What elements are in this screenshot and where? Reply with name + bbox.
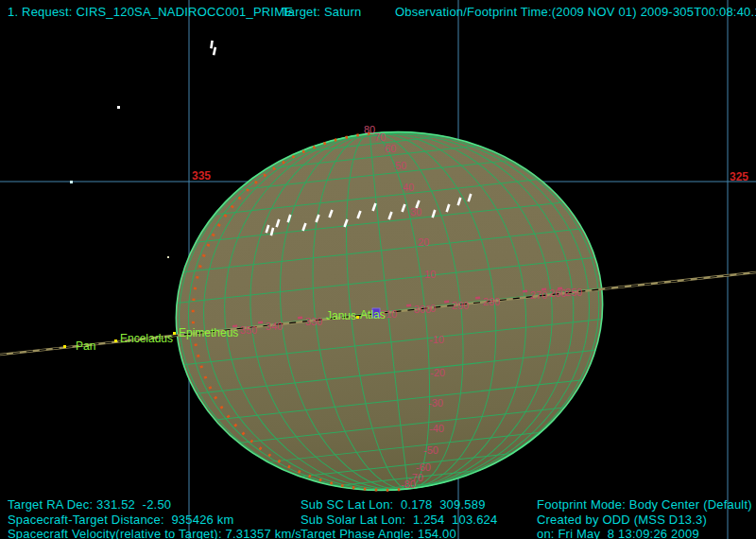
- longitude-label: 300: [414, 304, 431, 315]
- longitude-tick: [541, 287, 546, 290]
- latitude-label: -20: [430, 367, 445, 378]
- moon-label-epimetheus: Epimetheus: [179, 326, 238, 339]
- latitude-label: -40: [429, 423, 444, 434]
- longitude-label: 330: [305, 316, 322, 327]
- latitude-label: 0: [430, 303, 436, 314]
- longitude-tick: [298, 316, 302, 319]
- star: [167, 256, 169, 258]
- star: [70, 181, 73, 183]
- moon-label-pan: Pan: [76, 339, 95, 353]
- created-by: Created by ODD (MSS D13.3): [537, 513, 707, 527]
- longitude-label: 340: [266, 321, 283, 332]
- longitude-label: 290: [452, 300, 469, 311]
- sub-solar-lat-lon: Sub Solar Lat Lon: 1.254 103.624: [301, 513, 497, 527]
- target-ra-dec: Target RA Dec: 331.52 -2.50: [8, 497, 171, 512]
- longitude-tick: [475, 296, 480, 299]
- footprint-mark: [213, 47, 216, 56]
- pointing-viewport: 3503403303103002902802702602508070605040…: [0, 0, 756, 539]
- longitude-tick: [558, 287, 562, 289]
- moon-marker-enceladus: [114, 339, 117, 342]
- longitude-label: 280: [483, 296, 500, 307]
- longitude-label: 260: [549, 287, 566, 299]
- latitude-label: 60: [385, 143, 396, 154]
- longitude-tick: [258, 321, 263, 323]
- latitude-label: 40: [403, 182, 414, 193]
- target-label: Target: Saturn: [282, 5, 361, 19]
- longitude-tick: [444, 300, 449, 303]
- longitude-label: 350: [240, 324, 257, 336]
- observation-time-label: Observation/Footprint Time:(2009 NOV 01)…: [395, 5, 756, 19]
- latitude-label: 20: [418, 236, 429, 248]
- moon-marker-janus: [356, 316, 359, 319]
- sc-target-distance: Spacecraft-Target Distance: 935426 km: [8, 513, 234, 527]
- latitude-label: -50: [423, 444, 438, 456]
- ra-grid-label: 325: [730, 170, 748, 183]
- star: [117, 106, 120, 109]
- moon-label-atlas: Atlas: [360, 308, 386, 322]
- request-label: 1. Request: CIRS_120SA_NADIROCC001_PRIME: [8, 5, 293, 19]
- sc-velocity: Spacecraft Velocity(relative to Target):…: [8, 527, 301, 539]
- moon-marker-epimetheus: [173, 332, 176, 335]
- scene-graphics: 3503403303103002902802702602508070605040…: [0, 0, 756, 539]
- target-phase-angle: Target Phase Angle: 154.00: [301, 527, 456, 539]
- longitude-label: 250: [565, 287, 582, 298]
- latitude-label: -30: [428, 397, 443, 409]
- latitude-label: -10: [429, 334, 444, 345]
- longitude-tick: [523, 289, 527, 292]
- latitude-label: -80: [401, 478, 416, 490]
- sub-sc-lat-lon: Sub SC Lat Lon: 0.178 309.589: [301, 497, 486, 512]
- latitude-label: 10: [424, 269, 436, 280]
- latitude-label: 70: [374, 131, 386, 143]
- longitude-label: 270: [530, 289, 547, 301]
- moon-marker-pan: [63, 345, 66, 348]
- moon-label-janus: Janus: [326, 309, 356, 322]
- footprint-mark: [210, 41, 214, 49]
- moon-label-enceladus: Enceladus: [120, 332, 173, 345]
- ra-grid-label: 335: [192, 169, 211, 183]
- created-on: on: Fri May 8 13:09:26 2009: [537, 527, 699, 539]
- longitude-tick: [406, 304, 411, 306]
- latitude-label: 50: [395, 160, 406, 171]
- footprint-mode: Footprint Mode: Body Center (Default): [537, 497, 752, 512]
